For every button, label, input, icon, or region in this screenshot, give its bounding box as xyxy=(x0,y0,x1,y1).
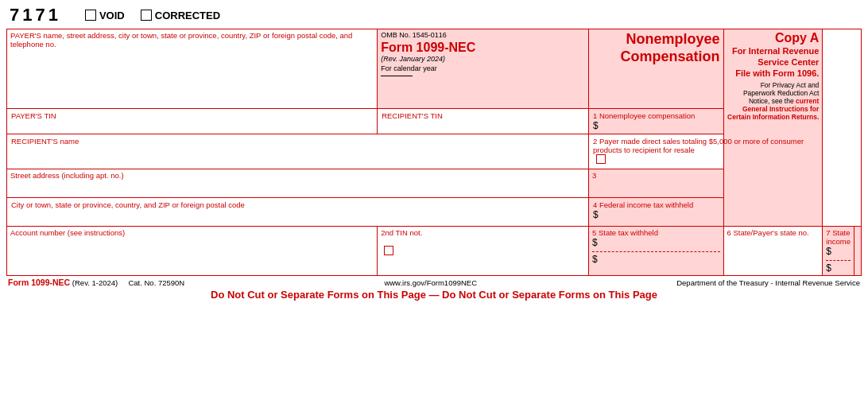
box3-cell: 3 xyxy=(589,169,823,198)
form-watermark: 7171 xyxy=(10,5,61,25)
box3-label: 3 xyxy=(592,171,819,180)
box6-cell: 6 State/Payer's state no. xyxy=(723,227,823,276)
footer-website: www.irs.gov/Form1099NEC xyxy=(384,278,477,287)
payer-tin-label: PAYER'S TIN xyxy=(11,111,373,120)
street-cell: Street address (including apt. no.) xyxy=(7,169,589,198)
box7-cell: 7 State income $ $ xyxy=(823,227,854,276)
copy-a-bottom-cell xyxy=(854,227,861,276)
recipient-name-label: RECIPIENT'S name xyxy=(11,137,584,146)
corrected-label: CORRECTED xyxy=(155,10,220,21)
box5-label: 5 State tax withheld xyxy=(592,228,720,237)
form-name: Form 1099-NEC xyxy=(381,41,585,55)
footer-left: Form 1099-NEC (Rev. 1-2024) Cat. No. 725… xyxy=(8,278,184,287)
payer-tin-cell: PAYER'S TIN xyxy=(7,109,378,134)
box2-checkbox[interactable] xyxy=(596,154,606,164)
footer-dept: Department of the Treasury - Internal Re… xyxy=(676,278,860,287)
copy-a-file: File with Form 1096. xyxy=(727,68,820,78)
omb-number: OMB No. 1545-0116 xyxy=(381,31,585,39)
box7-dollar1: $ xyxy=(826,246,831,257)
box5-dollar1: $ xyxy=(592,237,598,248)
tin-not-checkbox[interactable] xyxy=(384,246,393,255)
year-line xyxy=(381,76,413,76)
street-label: Street address (including apt. no.) xyxy=(10,171,585,180)
box5-dollar2: $ xyxy=(592,254,598,265)
copy-a-sub2: Service Center xyxy=(727,56,820,68)
box7-label: 7 State income xyxy=(826,228,851,246)
footer-cat: Cat. No. 72590N xyxy=(128,278,184,287)
box7-dollar2: $ xyxy=(826,262,831,274)
payer-info-cell: PAYER'S name, street address, city or to… xyxy=(7,29,378,109)
recipient-name-cell: RECIPIENT'S name xyxy=(7,134,589,169)
tin-not-label: 2nd TIN not. xyxy=(381,228,585,237)
city-cell: City or town, state or province, country… xyxy=(7,198,589,227)
box1-dollar: $ xyxy=(593,120,599,131)
tin-not-cell: 2nd TIN not. xyxy=(378,227,589,276)
form-table: PAYER'S name, street address, city or to… xyxy=(6,29,862,276)
rev-text: (Rev. January 2024) xyxy=(381,55,585,63)
footer-form-name: Form 1099-NEC xyxy=(8,278,70,287)
box2-label: 2 Payer made direct sales totaling $5,00… xyxy=(593,137,818,154)
copy-a-sub1: For Internal Revenue xyxy=(727,45,820,56)
corrected-option[interactable]: CORRECTED xyxy=(141,10,220,21)
form-title-line1: Nonemployee xyxy=(592,31,720,49)
calendar-year: For calendar year xyxy=(381,64,585,72)
copy-a-title: Copy A xyxy=(775,31,819,45)
recipient-tin-label: RECIPIENT'S TIN xyxy=(382,111,584,120)
city-label: City or town, state or province, country… xyxy=(11,200,584,209)
footer-rev: (Rev. 1-2024) xyxy=(72,278,118,287)
box4-dollar: $ xyxy=(593,209,599,220)
account-label: Account number (see instructions) xyxy=(10,228,374,237)
box6-label: 6 State/Payer's state no. xyxy=(727,228,820,237)
copy-a-note: For Privacy Act and Paperwork Reduction … xyxy=(727,81,820,121)
box4-label: 4 Federal income tax withheld xyxy=(593,200,818,209)
omb-cell: OMB No. 1545-0116 Form 1099-NEC (Rev. Ja… xyxy=(378,29,589,109)
void-option[interactable]: VOID xyxy=(85,10,125,21)
account-cell: Account number (see instructions) xyxy=(7,227,378,276)
box5-cell: 5 State tax withheld $ $ xyxy=(589,227,724,276)
footer: Form 1099-NEC (Rev. 1-2024) Cat. No. 725… xyxy=(6,278,862,287)
corrected-checkbox[interactable] xyxy=(141,10,152,21)
void-label: VOID xyxy=(99,10,125,21)
void-checkbox[interactable] xyxy=(85,10,96,21)
form-title-line2: Compensation xyxy=(592,49,720,66)
title-cell: Nonemployee Compensation xyxy=(589,29,724,109)
do-not-cut-notice: Do Not Cut or Separate Forms on This Pag… xyxy=(6,289,862,301)
box2-cell: 2 Payer made direct sales totaling $5,00… xyxy=(589,134,823,169)
payer-name-label: PAYER'S name, street address, city or to… xyxy=(10,31,374,49)
box4-cell: 4 Federal income tax withheld $ xyxy=(589,198,823,227)
recipient-tin-cell: RECIPIENT'S TIN xyxy=(378,109,589,134)
